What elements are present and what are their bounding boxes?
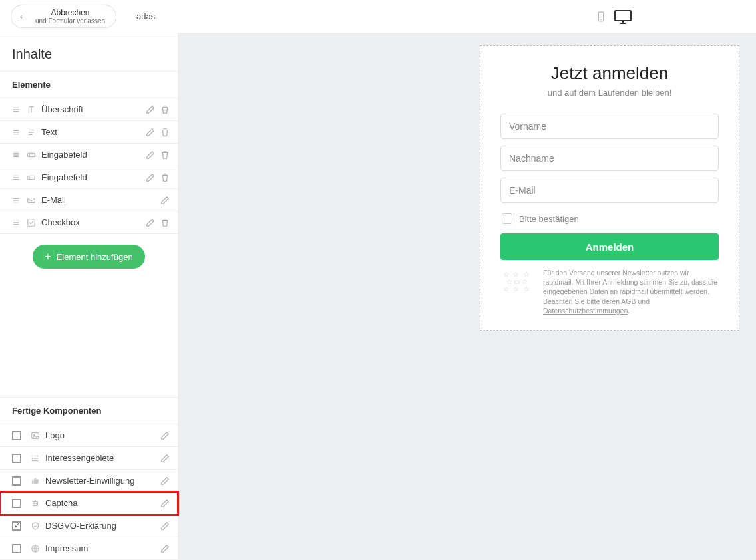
drag-handle-icon[interactable] bbox=[12, 128, 24, 137]
email-input[interactable] bbox=[500, 178, 719, 203]
element-row[interactable]: Checkbox bbox=[0, 211, 178, 234]
element-label: E-Mail bbox=[39, 195, 160, 205]
component-label: Impressum bbox=[43, 543, 160, 553]
edit-icon[interactable] bbox=[160, 499, 170, 508]
component-checkbox[interactable] bbox=[12, 431, 21, 440]
element-row[interactable]: Eingabefeld bbox=[0, 166, 178, 189]
form-name: adas bbox=[136, 11, 155, 21]
element-label: Checkbox bbox=[39, 217, 146, 227]
delete-icon[interactable] bbox=[160, 173, 170, 182]
component-checkbox[interactable] bbox=[12, 499, 21, 508]
svg-point-39 bbox=[32, 460, 33, 461]
legal-link-privacy[interactable]: Datenschutzbestimmungen bbox=[543, 307, 628, 315]
cancel-label: Abbrechen bbox=[51, 8, 90, 17]
svg-point-37 bbox=[32, 456, 33, 456]
component-row[interactable]: Logo bbox=[0, 424, 178, 447]
svg-point-43 bbox=[36, 503, 37, 503]
elements-header: Elemente bbox=[0, 71, 178, 98]
edit-icon[interactable] bbox=[146, 150, 155, 160]
input-icon bbox=[24, 150, 39, 160]
edit-icon[interactable] bbox=[160, 431, 170, 440]
list-icon bbox=[28, 454, 43, 463]
delete-icon[interactable] bbox=[160, 128, 170, 137]
component-label: Newsletter-Einwilligung bbox=[43, 476, 160, 486]
component-checkbox[interactable] bbox=[12, 476, 21, 486]
element-row[interactable]: E-Mail bbox=[0, 189, 178, 211]
svg-rect-17 bbox=[28, 153, 35, 156]
lastname-input[interactable] bbox=[500, 146, 719, 171]
shield-icon bbox=[28, 521, 43, 531]
component-row[interactable]: Interessengebiete bbox=[0, 447, 178, 470]
svg-point-42 bbox=[34, 503, 35, 503]
svg-rect-27 bbox=[28, 198, 35, 202]
add-element-button[interactable]: + Element hinzufügen bbox=[33, 245, 144, 269]
sidebar-title: Inhalte bbox=[0, 33, 178, 71]
component-checkbox[interactable] bbox=[12, 544, 21, 553]
svg-point-38 bbox=[32, 458, 33, 458]
element-label: Eingabefeld bbox=[39, 172, 146, 182]
edit-icon[interactable] bbox=[146, 218, 155, 227]
element-row[interactable]: Text bbox=[0, 121, 178, 144]
component-checkbox[interactable] bbox=[12, 454, 21, 463]
element-row[interactable]: Eingabefeld bbox=[0, 144, 178, 166]
robot-icon bbox=[28, 499, 43, 508]
arrow-left-icon: ← bbox=[18, 11, 29, 22]
checkbox-icon bbox=[24, 218, 39, 227]
email-icon bbox=[24, 196, 39, 205]
drag-handle-icon[interactable] bbox=[12, 218, 24, 227]
confirm-checkbox[interactable] bbox=[502, 213, 512, 224]
sidebar: Inhalte Elemente ÜberschriftTextEingabef… bbox=[0, 33, 178, 560]
preview-title: Jetzt anmelden bbox=[500, 63, 719, 84]
thumb-icon bbox=[28, 476, 43, 486]
delete-icon[interactable] bbox=[160, 105, 170, 114]
elements-list: ÜberschriftTextEingabefeldEingabefeldE-M… bbox=[0, 98, 178, 234]
edit-icon[interactable] bbox=[146, 128, 155, 137]
preview-canvas: Jetzt anmelden und auf dem Laufenden ble… bbox=[178, 33, 756, 560]
form-preview: Jetzt anmelden und auf dem Laufenden ble… bbox=[480, 45, 739, 331]
cancel-button[interactable]: ← Abbrechen und Formular verlassen bbox=[11, 5, 116, 28]
edit-icon[interactable] bbox=[160, 521, 170, 531]
preview-subtitle: und auf dem Laufenden bleiben! bbox=[500, 88, 719, 98]
component-row[interactable]: DSGVO-Erklärung bbox=[0, 515, 178, 537]
component-label: Interessengebiete bbox=[43, 453, 160, 463]
component-row[interactable]: Impressum bbox=[0, 537, 178, 560]
drag-handle-icon[interactable] bbox=[12, 150, 24, 160]
edit-icon[interactable] bbox=[146, 173, 155, 182]
firstname-input[interactable] bbox=[500, 114, 719, 139]
components-list: LogoInteressengebieteNewsletter-Einwilli… bbox=[0, 424, 178, 560]
image-icon bbox=[28, 431, 43, 440]
delete-icon[interactable] bbox=[160, 150, 170, 160]
confirm-row[interactable]: Bitte bestätigen bbox=[500, 210, 719, 233]
element-label: Überschrift bbox=[39, 104, 146, 114]
component-label: DSGVO-Erklärung bbox=[43, 521, 160, 531]
delete-icon[interactable] bbox=[160, 218, 170, 227]
element-row[interactable]: Überschrift bbox=[0, 98, 178, 121]
drag-handle-icon[interactable] bbox=[12, 105, 24, 114]
edit-icon[interactable] bbox=[160, 196, 170, 205]
edit-icon[interactable] bbox=[160, 544, 170, 553]
edit-icon[interactable] bbox=[146, 105, 155, 114]
component-row[interactable]: Newsletter-Einwilligung bbox=[0, 470, 178, 492]
legal-link-agb[interactable]: AGB bbox=[621, 297, 636, 305]
svg-rect-2 bbox=[615, 11, 631, 21]
confirm-label: Bitte bestätigen bbox=[519, 214, 579, 224]
text-icon bbox=[24, 128, 39, 137]
edit-icon[interactable] bbox=[160, 454, 170, 463]
drag-handle-icon[interactable] bbox=[12, 173, 24, 182]
component-checkbox[interactable] bbox=[12, 521, 21, 531]
components-header: Fertige Komponenten bbox=[0, 397, 178, 424]
svg-rect-31 bbox=[28, 219, 35, 226]
edit-icon[interactable] bbox=[160, 476, 170, 486]
device-mobile-button[interactable] bbox=[595, 11, 607, 23]
heading-icon bbox=[24, 105, 39, 114]
cancel-sublabel: und Formular verlassen bbox=[35, 17, 105, 25]
submit-button[interactable]: Anmelden bbox=[500, 233, 719, 260]
element-label: Text bbox=[39, 127, 146, 137]
eu-badge-icon: ☆ ☆ ☆ ☆ ▭ ☆ ☆ ☆ ☆ bbox=[500, 268, 534, 295]
device-switch bbox=[595, 9, 632, 24]
device-desktop-button[interactable] bbox=[614, 9, 632, 24]
top-bar: ← Abbrechen und Formular verlassen adas bbox=[0, 0, 756, 33]
drag-handle-icon[interactable] bbox=[12, 196, 24, 205]
legal-text: Für den Versand unserer Newsletter nutze… bbox=[543, 268, 719, 315]
component-row[interactable]: Captcha bbox=[0, 492, 178, 515]
